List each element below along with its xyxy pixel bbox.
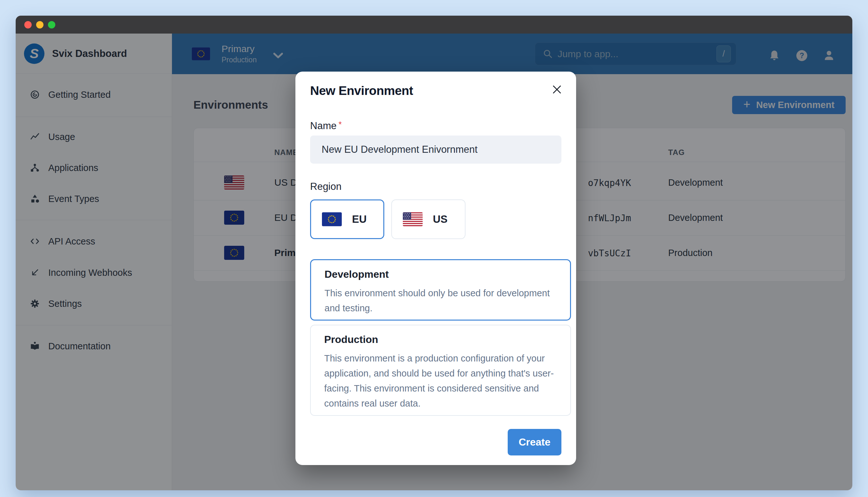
create-button-label: Create (518, 436, 551, 448)
region-option-us[interactable]: US (391, 199, 466, 239)
region-option-label: EU (352, 213, 367, 225)
browser-window: S Svix Dashboard Getting Started Usage (16, 16, 852, 490)
type-option-title: Production (324, 334, 378, 345)
modal-close-button[interactable] (551, 83, 563, 96)
us-flag-icon (403, 212, 423, 226)
type-option-title: Development (325, 269, 389, 280)
name-field-label: Name* (310, 119, 342, 132)
name-input[interactable] (310, 136, 561, 164)
close-icon (552, 84, 563, 95)
maximize-window-button[interactable] (48, 21, 55, 28)
environment-type-production[interactable]: Production This environment is a product… (310, 325, 571, 416)
eu-flag-icon (322, 212, 342, 226)
region-option-label: US (433, 213, 447, 225)
desktop-background: { "window": { "traffic_lights": ["close"… (0, 0, 868, 497)
modal-title: New Environment (310, 84, 413, 98)
type-option-description: This environment should only be used for… (325, 286, 563, 316)
environment-type-development[interactable]: Development This environment should only… (310, 259, 571, 321)
type-option-description: This environment is a production configu… (324, 351, 570, 411)
new-environment-modal: New Environment Name* Region (295, 72, 576, 465)
region-field-label: Region (310, 181, 341, 193)
close-window-button[interactable] (24, 21, 32, 28)
minimize-window-button[interactable] (36, 21, 43, 28)
create-button[interactable]: Create (508, 429, 561, 455)
window-titlebar (16, 16, 852, 33)
required-asterisk: * (339, 119, 342, 129)
region-option-eu[interactable]: EU (310, 199, 384, 239)
